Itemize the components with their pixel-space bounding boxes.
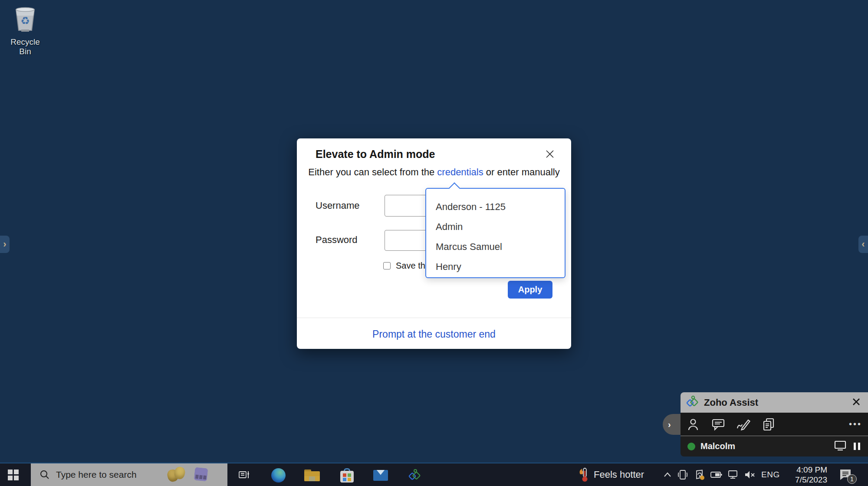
chevron-left-icon: ‹ (861, 239, 865, 250)
search-icon (39, 470, 50, 480)
rotation-lock-icon[interactable] (677, 469, 688, 480)
clock-time: 4:09 PM (796, 465, 827, 475)
assist-session-row: Malcolm (681, 436, 868, 456)
sync-notification-icon[interactable] (694, 469, 705, 480)
dropdown-item-marcus[interactable]: Marcus Samuel (426, 237, 565, 257)
assist-panel-header: Zoho Assist (681, 392, 868, 413)
assist-close-button[interactable] (851, 397, 862, 408)
left-edge-expand-tab[interactable]: › (0, 236, 10, 253)
notification-center-button[interactable]: 1 (836, 463, 862, 486)
subtitle-prefix: Either you can select from the (308, 167, 434, 177)
chevron-right-icon: › (3, 239, 6, 250)
right-edge-expand-tab[interactable]: ‹ (858, 236, 868, 253)
file-explorer-icon[interactable] (304, 467, 320, 483)
recycle-bin-label: Recycle Bin (4, 37, 46, 56)
task-view-button[interactable] (236, 467, 252, 483)
session-user-name: Malcolm (700, 441, 735, 451)
weather-label: Feels hotter (594, 469, 644, 480)
taskbar: Type here to search (0, 463, 868, 486)
notification-count-badge: 1 (847, 474, 857, 484)
recycle-bin[interactable]: ♻ Recycle Bin (4, 5, 46, 56)
volume-muted-icon[interactable] (744, 470, 756, 479)
start-button[interactable] (0, 463, 26, 486)
status-online-dot (687, 443, 695, 450)
theater-masks-icon[interactable] (168, 467, 189, 483)
taskbar-search-input[interactable]: Type here to search (31, 463, 227, 486)
more-options-icon[interactable]: ••• (849, 419, 862, 429)
credentials-dropdown: Anderson - 1125 Admin Marcus Samuel Henr… (425, 188, 566, 278)
prompt-customer-end-link[interactable]: Prompt at the customer end (297, 328, 571, 340)
chevron-right-icon: › (668, 420, 671, 430)
save-credentials-label: Save th (396, 261, 425, 271)
assist-toolbar: ••• (681, 413, 868, 436)
microsoft-store-icon[interactable] (339, 467, 355, 483)
zoho-assist-panel: Zoho Assist (681, 392, 868, 456)
credentials-link[interactable]: credentials (437, 167, 483, 177)
tray-chevron-up-icon[interactable] (663, 471, 672, 478)
annotate-pen-icon[interactable] (736, 417, 751, 431)
taskbar-clock[interactable]: 4:09 PM 7/5/2023 (784, 463, 827, 486)
password-label: Password (316, 234, 358, 246)
battery-icon[interactable] (710, 471, 722, 479)
assist-panel-collapse-handle[interactable]: › (663, 414, 682, 435)
network-icon[interactable] (728, 470, 739, 480)
apply-button[interactable]: Apply (508, 281, 552, 299)
zoho-assist-logo-icon (686, 395, 700, 410)
monitor-icon[interactable] (834, 440, 847, 453)
dialog-footer-divider (297, 318, 571, 318)
subtitle-suffix: or enter manually (486, 167, 560, 177)
recycle-bin-icon: ♻ (12, 28, 39, 35)
desktop: ♻ Recycle Bin › ‹ Elevate to Admin mode … (0, 0, 868, 486)
search-placeholder: Type here to search (56, 470, 137, 480)
assist-panel-title: Zoho Assist (704, 397, 758, 408)
pause-icon[interactable] (854, 443, 860, 450)
close-icon (852, 397, 861, 406)
chat-icon[interactable] (711, 417, 726, 431)
windows-logo-icon (8, 470, 19, 480)
dialog-close-button[interactable] (543, 148, 556, 161)
mail-icon[interactable] (373, 467, 388, 483)
svg-text:♻: ♻ (20, 15, 30, 26)
username-label: Username (316, 200, 359, 211)
clock-date: 7/5/2023 (795, 475, 827, 485)
dropdown-item-anderson[interactable]: Anderson - 1125 (426, 197, 565, 217)
save-credentials-checkbox[interactable] (383, 262, 391, 269)
edge-browser-icon[interactable] (270, 467, 286, 483)
language-indicator[interactable]: ENG (761, 470, 780, 479)
close-icon (545, 149, 555, 159)
film-reel-icon[interactable] (194, 467, 208, 482)
dialog-title: Elevate to Admin mode (316, 148, 435, 161)
dropdown-item-henry[interactable]: Henry (426, 257, 565, 277)
system-tray: ENG (663, 463, 780, 486)
dropdown-item-admin[interactable]: Admin (426, 217, 565, 237)
weather-widget[interactable]: Feels hotter (578, 463, 644, 486)
dialog-subtitle: Either you can select from thecredential… (297, 166, 571, 178)
zoho-assist-taskbar-icon[interactable] (407, 467, 423, 483)
participants-icon[interactable] (686, 417, 700, 431)
thermometer-icon (578, 467, 589, 483)
copy-pages-icon[interactable] (761, 417, 776, 431)
